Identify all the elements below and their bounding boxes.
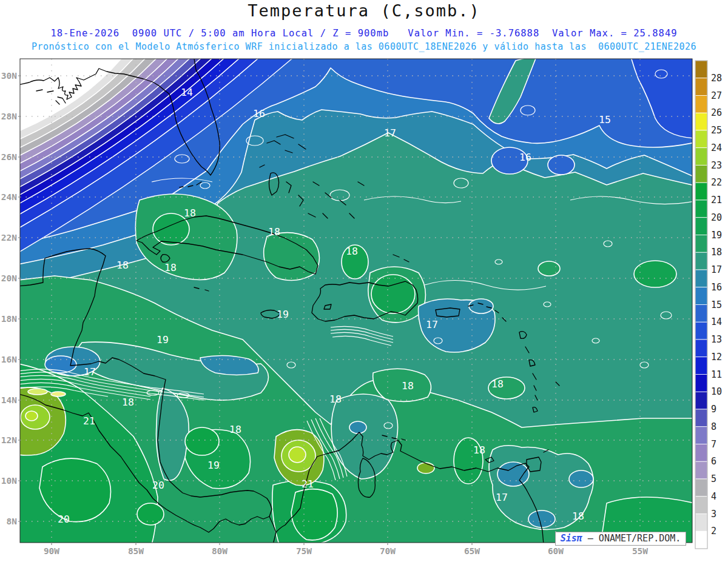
- colorbar-label-9: 9: [711, 404, 716, 415]
- field-warm-regions-part: [291, 489, 337, 540]
- colorbar-cell-5: [695, 148, 707, 166]
- lat-label-28N: 28N: [1, 112, 17, 121]
- contour-label-17-2: 17: [384, 127, 396, 139]
- colorbar-cell-17: [695, 357, 707, 375]
- colorbar-cell-9: [695, 218, 707, 235]
- colorbar-cell-19: [695, 392, 707, 409]
- lon-label-55W: 55W: [632, 546, 648, 556]
- contour-label-16-4: 16: [519, 152, 531, 163]
- lon-label-85W: 85W: [128, 546, 144, 556]
- colorbar-cell-10: [695, 235, 707, 253]
- contour-label-18-25: 18: [572, 510, 584, 522]
- colorbar-label-7: 7: [711, 439, 716, 450]
- colorbar-cell-0: [695, 61, 707, 78]
- colorbar-label-13: 13: [711, 334, 722, 345]
- field-warm-regions-part: [497, 462, 529, 486]
- contour-label-14-0: 14: [181, 87, 193, 98]
- colorbar-cell-18: [695, 375, 707, 392]
- colorbar-cell-2: [695, 96, 707, 113]
- colorbar-cell-1: [695, 78, 707, 96]
- colorbar-label-18: 18: [711, 247, 722, 258]
- colorbar-label-26: 26: [711, 107, 722, 118]
- colorbar-label-21: 21: [711, 195, 722, 206]
- colorbar-label-4: 4: [711, 491, 716, 502]
- colorbar-label-10: 10: [711, 386, 722, 397]
- colorbar-cell-13: [695, 287, 707, 305]
- contour-label-17-13: 17: [84, 366, 96, 378]
- watermark-org: – ONAMET/REP.DOM.: [582, 533, 681, 544]
- lat-label-26N: 26N: [1, 152, 17, 162]
- lat-label-10N: 10N: [1, 476, 17, 486]
- contour-label-18-9: 18: [164, 262, 177, 273]
- lon-label-70W: 70W: [380, 546, 396, 556]
- contour-label-18-7: 18: [346, 246, 358, 257]
- colorbar-label-22: 22: [711, 177, 722, 188]
- colorbar-label-6: 6: [711, 456, 716, 467]
- colorbar-cell-26: [695, 514, 707, 532]
- contour-label-19-10: 19: [277, 309, 289, 320]
- lat-label-18N: 18N: [1, 314, 17, 324]
- lon-label-60W: 60W: [548, 546, 564, 556]
- field-warm-regions-part: [371, 275, 415, 313]
- colorbar-cell-20: [695, 409, 707, 427]
- contour-label-19-12: 19: [157, 334, 169, 346]
- field-warm-regions-part: [28, 389, 47, 395]
- field-warm-regions-part: [349, 421, 366, 433]
- colorbar-cell-7: [695, 182, 707, 200]
- colorbar-cell-11: [695, 252, 707, 270]
- colorbar-cell-23: [695, 461, 707, 479]
- field-warm-regions-part: [528, 510, 555, 527]
- contour-label-17-11: 17: [426, 319, 438, 330]
- lat-label-16N: 16N: [1, 355, 17, 364]
- colorbar-label-19: 19: [711, 230, 722, 241]
- colorbar-label-3: 3: [711, 509, 716, 520]
- colorbar-label-24: 24: [711, 142, 722, 153]
- temperature-map-canvas: 1416171516181818181819171917182118181818…: [0, 0, 728, 562]
- colorbar-cell-21: [695, 427, 707, 444]
- lat-label-12N: 12N: [1, 435, 17, 445]
- lat-label-8N: 8N: [7, 517, 17, 526]
- colorbar-cell-25: [695, 497, 707, 514]
- colorbar-cell-3: [695, 113, 707, 130]
- lat-label-30N: 30N: [1, 71, 17, 81]
- contour-label-15-3: 15: [599, 114, 611, 125]
- contour-label-20-21: 20: [152, 480, 164, 491]
- field-warm-regions-part: [538, 261, 560, 276]
- contour-label-18-18: 18: [491, 378, 504, 390]
- colorbar-label-12: 12: [711, 352, 722, 363]
- field-warm-regions-part: [185, 427, 219, 455]
- colorbar-cell-8: [695, 200, 707, 218]
- field-cool-regions-part: [548, 155, 575, 175]
- field-warm-regions-part: [569, 470, 593, 487]
- lon-label-65W: 65W: [464, 546, 480, 556]
- colorbar-cell-14: [695, 305, 707, 323]
- colorbar-cell-15: [695, 322, 707, 340]
- contour-label-18-17: 18: [402, 380, 414, 392]
- contour-label-21-22: 21: [302, 478, 314, 490]
- field-warm-regions-part: [51, 392, 66, 396]
- colorbar-cell-27: [695, 531, 707, 549]
- contour-label-20-26: 20: [58, 513, 70, 525]
- contour-label-17-24: 17: [496, 492, 508, 503]
- colorbar-label-8: 8: [711, 421, 716, 432]
- colorbar-cell-24: [695, 479, 707, 497]
- colorbar-label-5: 5: [711, 473, 716, 484]
- watermark-badge: Sisπ – ONAMET/REP.DOM.: [555, 532, 686, 546]
- colorbar-label-2: 2: [711, 526, 716, 537]
- colorbar-cell-12: [695, 270, 707, 287]
- colorbar-label-27: 27: [711, 90, 722, 101]
- contour-label-21-15: 21: [83, 415, 95, 427]
- contour-label-18-6: 18: [268, 226, 280, 238]
- colorbar-cell-22: [695, 444, 707, 462]
- contour-label-16-1: 16: [253, 108, 265, 119]
- map-plot-area: 1416171516181818181819171917182118181818…: [18, 57, 695, 545]
- field-warm-regions-part: [417, 463, 434, 473]
- colorbar-label-28: 28: [711, 73, 722, 84]
- lat-label-20N: 20N: [1, 273, 17, 283]
- contour-label-18-14: 18: [122, 396, 134, 408]
- lon-label-75W: 75W: [296, 546, 312, 556]
- colorbar-label-16: 16: [711, 282, 722, 293]
- colorbar-label-17: 17: [711, 264, 722, 275]
- contour-label-18-5: 18: [184, 207, 196, 219]
- contour-label-18-19: 18: [229, 424, 241, 435]
